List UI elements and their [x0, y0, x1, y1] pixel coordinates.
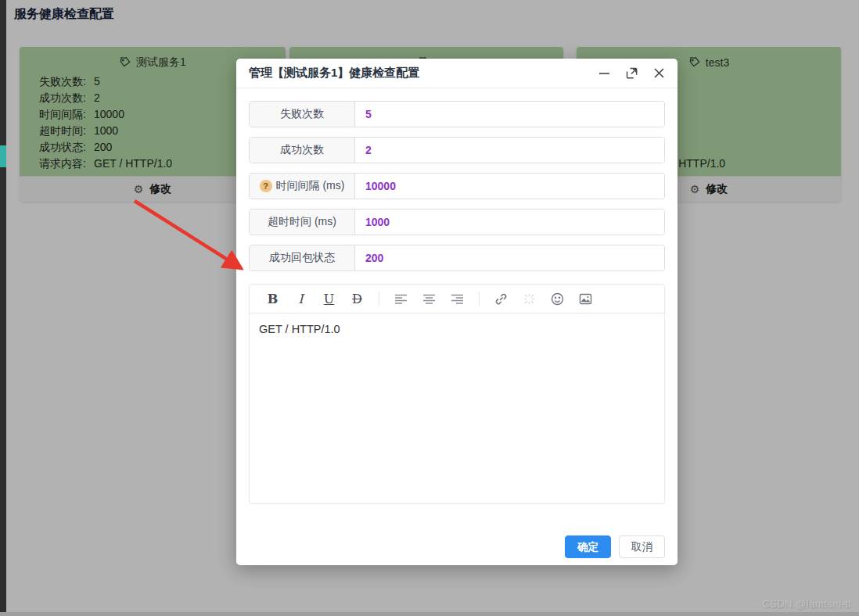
editor-toolbar: B I U D	[250, 285, 664, 313]
editor-content[interactable]: GET / HTTP/1.0	[250, 313, 664, 503]
timeout-row: 超时时间 (ms) 1000	[249, 209, 665, 235]
close-icon[interactable]	[653, 67, 665, 79]
health-check-config-modal: 管理【测试服务1】健康检查配置 失败次数 5	[236, 59, 677, 565]
interval-label: ? 时间间隔 (ms)	[250, 174, 355, 199]
interval-input[interactable]: 10000	[355, 174, 664, 199]
emoji-icon[interactable]	[547, 288, 568, 310]
interval-row: ? 时间间隔 (ms) 10000	[249, 173, 665, 199]
bold-icon[interactable]: B	[262, 288, 283, 310]
toolbar-divider	[379, 292, 379, 306]
rich-text-editor: B I U D	[249, 284, 665, 504]
fail-count-label: 失败次数	[250, 102, 355, 127]
success-status-input[interactable]: 200	[355, 245, 664, 270]
left-edge-strip	[0, 0, 6, 616]
minimize-icon[interactable]	[598, 67, 610, 79]
timeout-label: 超时时间 (ms)	[250, 210, 355, 235]
confirm-button[interactable]: 确定	[565, 535, 611, 558]
fail-count-row: 失败次数 5	[249, 101, 665, 127]
watermark: CSDN @iamtsm-tl	[762, 598, 851, 610]
modal-header: 管理【测试服务1】健康检查配置	[236, 59, 677, 88]
align-left-icon[interactable]	[390, 288, 412, 310]
success-count-input[interactable]: 2	[355, 138, 664, 163]
teal-scroll-indicator	[0, 145, 6, 167]
underline-icon[interactable]: U	[318, 288, 340, 310]
align-center-icon[interactable]	[419, 288, 440, 310]
bottom-edge	[0, 612, 859, 616]
cancel-button[interactable]: 取消	[619, 535, 665, 558]
success-status-label: 成功回包状态	[250, 245, 355, 270]
image-icon[interactable]	[575, 288, 596, 310]
maximize-icon[interactable]	[626, 67, 638, 79]
modal-footer: 确定 取消	[565, 535, 665, 558]
help-icon[interactable]: ?	[260, 180, 272, 192]
toolbar-divider	[479, 292, 480, 306]
success-count-label: 成功次数	[250, 138, 355, 163]
unlink-icon	[519, 288, 540, 310]
italic-icon[interactable]: I	[290, 288, 311, 310]
timeout-input[interactable]: 1000	[355, 210, 664, 235]
strikethrough-icon[interactable]: D	[347, 288, 368, 310]
success-count-row: 成功次数 2	[249, 137, 665, 163]
fail-count-input[interactable]: 5	[355, 102, 664, 127]
link-icon[interactable]	[491, 288, 512, 310]
align-right-icon[interactable]	[447, 288, 468, 310]
success-status-row: 成功回包状态 200	[249, 245, 665, 271]
modal-title: 管理【测试服务1】健康检查配置	[249, 66, 598, 81]
